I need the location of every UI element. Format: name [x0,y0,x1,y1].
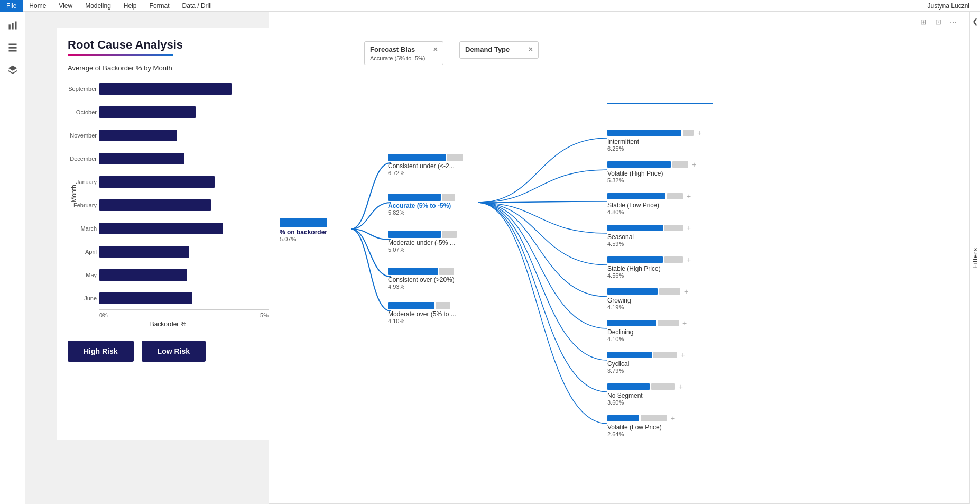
forecast-bias-value: Accurate (5% to -5%) [370,55,438,61]
demand-item-2: + Stable (Low Price) 4.80% [607,192,691,215]
right-filters-panel: ❮ Filters [969,12,980,504]
demand-bar-row: + [607,129,701,137]
report-toolbar: ⊞ ⊡ ··· [918,16,959,28]
demand-bar-gray [659,288,680,295]
svg-rect-4 [8,47,16,48]
demand-bar-blue [607,320,656,326]
x-axis-line [99,309,269,310]
forecast-node-label: Moderate under (-5% ... [388,239,457,246]
data-drill-menu[interactable]: Data / Drill [176,0,218,12]
demand-plus-icon[interactable]: + [681,351,685,359]
svg-rect-5 [8,50,16,51]
demand-bar-row: + [607,224,691,232]
bar-chart-icon[interactable] [3,16,22,35]
bar-label: October [65,109,97,115]
bar-fill [99,292,192,304]
y-axis-label: Month [70,185,78,202]
demand-plus-icon[interactable]: + [679,382,683,391]
demand-plus-icon[interactable]: + [692,160,696,169]
demand-plus-icon[interactable]: + [671,414,675,423]
bar-track [99,130,269,141]
demand-bar-row: + [607,382,683,391]
demand-plus-icon[interactable]: + [687,192,691,200]
demand-bar-blue [607,130,681,136]
bar-track [99,83,269,95]
modeling-menu[interactable]: Modeling [79,0,117,12]
forecast-bias-close[interactable]: × [433,45,438,53]
bar-label: April [65,249,97,255]
forecast-node-label-bold: Accurate (5% to -5%) [388,202,455,209]
demand-bar-row: + [607,160,696,169]
node-bar-row [388,302,456,309]
svg-rect-1 [12,23,13,30]
x-axis-label: Backorder % [57,318,279,330]
demand-bar-blue [607,288,658,295]
demand-bar-row: + [607,414,675,423]
forecast-node-3: Consistent over (>20%) 4.93% [388,268,455,290]
view-menu[interactable]: View [52,0,79,12]
table-icon[interactable] [3,38,22,57]
table-row: October [99,103,269,122]
demand-item-value: 4.19% [607,304,688,310]
forecast-node-value: 4.10% [388,318,456,324]
bar-chart-container: Month September October November [62,77,274,310]
more-options-icon[interactable]: ··· [947,16,959,28]
table-row: December [99,149,269,168]
demand-bar-blue [607,383,650,390]
demand-plus-icon[interactable]: + [687,255,691,264]
demand-item-label: No Segment [607,392,683,399]
node-bar-blue [388,302,434,309]
svg-marker-6 [8,66,17,71]
node-bar-blue [388,268,438,275]
table-row: March [99,219,269,238]
expand-icon[interactable]: ⊡ [932,16,944,28]
main-canvas: ⊞ ⊡ ··· Root Cause Analysis Average of B… [25,12,980,504]
file-menu[interactable]: File [0,0,23,12]
demand-panel-header [607,101,713,104]
forecast-node-value: 6.72% [388,170,463,176]
demand-bar-row: + [607,287,688,296]
layers-icon[interactable] [3,60,22,79]
demand-plus-icon[interactable]: + [684,287,688,296]
high-risk-button[interactable]: High Risk [68,341,134,362]
demand-bar-gray [651,383,675,390]
demand-item-3: + Seasonal 4.59% [607,224,691,247]
help-menu[interactable]: Help [117,0,143,12]
demand-plus-icon[interactable]: + [682,319,687,327]
home-menu[interactable]: Home [23,0,52,12]
bar-label: January [65,179,97,185]
table-row: February [99,196,269,215]
demand-bar-blue [607,193,665,199]
demand-item-label: Growing [607,297,688,304]
demand-bar-blue [607,352,652,358]
node-bar-gray [442,231,457,238]
demand-bar-blue [607,256,663,263]
format-menu[interactable]: Format [143,0,176,12]
node-bar-gray [442,194,455,201]
demand-item-value: 4.56% [607,272,691,279]
filter-chips: Forecast Bias × Accurate (5% to -5%) Dem… [364,41,539,65]
demand-bar-gray [641,415,667,421]
filter-icon[interactable]: ⊞ [918,16,929,28]
demand-item-label: Stable (High Price) [607,265,691,272]
bar-track [99,176,269,188]
demand-type-header: Demand Type × [465,45,533,53]
demand-item-label: Cyclical [607,360,685,368]
left-panel: Root Cause Analysis Average of Backorder… [57,28,279,440]
svg-rect-2 [15,22,16,30]
demand-item-0: + Intermittent 6.25% [607,129,701,152]
x-axis-min: 0% [99,312,108,318]
demand-plus-icon[interactable]: + [687,224,691,232]
root-node: % on backorder 5.07% [280,218,327,242]
filters-expand-arrow[interactable]: ❮ [972,17,978,25]
bar-label: November [65,132,97,139]
bar-label: September [65,86,97,92]
bar-label: May [65,272,97,278]
demand-bar-blue [607,161,671,168]
demand-type-chip: Demand Type × [459,41,539,59]
demand-type-close[interactable]: × [529,45,533,53]
bar-track [99,292,269,304]
low-risk-button[interactable]: Low Risk [142,341,206,362]
demand-plus-icon[interactable]: + [697,129,701,137]
forecast-node-label: Consistent under (<-2... [388,162,463,170]
